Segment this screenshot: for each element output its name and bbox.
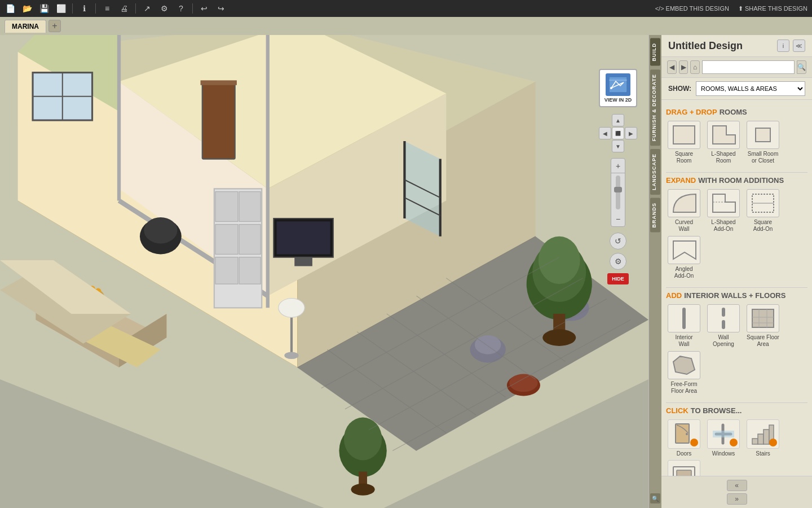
zoom-track [616,176,620,209]
section-expand-rest: WITH ROOM ADDITIONS [698,176,784,185]
zoom-bar: + − [611,158,625,227]
l-shaped-addon-item[interactable]: L-ShapedAdd-On [705,189,742,233]
nav-up-button[interactable]: ▲ [612,114,624,126]
info-icon[interactable]: ℹ [78,3,90,14]
small-room-item[interactable]: Small Roomor Closet [745,121,781,164]
angled-addon-item[interactable]: AngledAdd-On [666,236,702,279]
square-addon-item[interactable]: SquareAdd-On [745,189,781,233]
doors-item[interactable]: Doors [666,419,702,457]
panel-search-button[interactable]: 🔍 [797,60,806,74]
export-icon[interactable]: ↗ [142,3,153,14]
panel-home-button[interactable]: ⌂ [690,60,700,74]
help-icon[interactable]: ? [175,3,187,14]
wall-opening-item[interactable]: WallOpening [705,304,742,348]
square-floor-item[interactable]: Square FloorArea [745,304,781,348]
stairs-dot [769,439,777,446]
share-btn[interactable]: ⬆ SHARE THIS DESIGN [738,5,807,12]
collapse-up-button[interactable]: « [727,480,747,491]
redo-icon[interactable]: ↪ [215,3,227,14]
undo-icon[interactable]: ↩ [198,3,210,14]
fireplaces-icon [668,460,700,476]
show-row: SHOW: ROOMS, WALLS & AREAS ALL FURNITURE [661,78,812,100]
nav-right-button[interactable]: ▶ [625,127,637,139]
panel-collapse-button[interactable]: ≪ [793,40,805,52]
settings-icon[interactable]: ⚙ [158,3,170,14]
svg-rect-26 [215,225,238,255]
copy-icon[interactable]: ⬜ [55,3,67,14]
svg-point-62 [351,484,374,496]
side-tab-furnish[interactable]: FURNISH & DECORATE [650,69,660,146]
hide-button[interactable]: HIDE [607,273,629,284]
section-browse-label: CLICK [666,406,689,415]
view2d-button[interactable]: VIEW IN 2D [599,69,637,107]
section-expand: EXPAND WITH ROOM ADDITIONS [666,176,807,185]
section-interior: ADD INTERIOR WALLS + FLOORS [666,291,807,300]
panel-title: Untitled Design [668,40,743,52]
side-tab-brands[interactable]: BRANDS [650,198,660,233]
svg-point-46 [279,298,304,317]
save-icon[interactable]: 💾 [38,3,50,14]
stairs-item[interactable]: Stairs [745,419,781,457]
panel-info-button[interactable]: i [777,40,789,52]
tab-add-button[interactable]: + [48,20,61,32]
freeform-floor-label: Free-FormFloor Area [670,381,697,395]
open-icon[interactable]: 📂 [21,3,33,14]
side-tab-build[interactable]: BUILD [650,38,660,66]
view2d-icon [606,73,630,96]
curved-wall-item[interactable]: CurvedWall [666,189,702,233]
svg-point-76 [610,87,612,89]
settings-button[interactable]: ⚙ [610,253,626,270]
svg-point-60 [344,417,382,460]
svg-point-56 [539,237,580,284]
show-label: SHOW: [668,85,691,93]
nav-left-button[interactable]: ◀ [599,127,611,139]
svg-point-53 [509,374,538,392]
section-expand-label: EXPAND [666,176,696,185]
divider1 [666,172,807,173]
side-tab-landscape[interactable]: LANDSCAPE [650,149,660,195]
interior-wall-item[interactable]: InteriorWall [666,304,702,348]
freeform-floor-item[interactable]: Free-FormFloor Area [666,351,702,395]
square-room-item[interactable]: SquareRoom [666,121,702,164]
zoom-in-button[interactable]: + [611,159,625,173]
doors-icon [668,419,700,449]
show-select[interactable]: ROOMS, WALLS & AREAS ALL FURNITURE [696,81,805,96]
rotate-button[interactable]: ↺ [610,233,626,249]
sep2 [95,3,96,14]
divider2 [666,287,807,288]
list-icon[interactable]: ≡ [102,3,113,14]
windows-dot [730,439,738,446]
zoom-thumb[interactable] [614,187,622,192]
collapse-down-button[interactable]: » [727,493,747,505]
embed-btn[interactable]: </> EMBED THIS DESIGN [655,5,729,12]
svg-rect-100 [752,439,758,444]
fireplaces-item[interactable]: Fireplaces [666,460,702,476]
toolbar-right: </> EMBED THIS DESIGN ⬆ SHARE THIS DESIG… [655,5,807,12]
svg-rect-78 [673,126,695,144]
small-room-label: Small Roomor Closet [748,151,778,164]
l-shaped-room-item[interactable]: L-ShapedRoom [705,121,742,164]
panel-search-input[interactable] [702,60,795,74]
windows-item[interactable]: Windows [705,419,742,457]
main-area: VIEW IN 2D ▲ ◀ ⬛ ▶ ▼ + − ↺ ⚙ [0,35,812,508]
panel-forward-button[interactable]: ▶ [679,60,689,74]
print-icon[interactable]: 🖨 [118,3,130,14]
nav-center-button[interactable]: ⬛ [612,127,624,139]
panel-back-button[interactable]: ◀ [667,60,677,74]
interior-wall-icon [668,304,700,332]
wall-opening-icon [707,304,740,332]
angled-addon-icon [668,236,700,264]
square-floor-icon [747,304,779,332]
svg-rect-101 [758,434,764,444]
section-drag-label: DRAG + DROP [666,108,717,116]
zoom-out-button[interactable]: − [611,212,625,226]
svg-rect-32 [294,257,312,266]
tab-marina[interactable]: MARINA [5,20,46,33]
side-tab-search[interactable]: 🔍 [650,493,660,503]
canvas[interactable]: VIEW IN 2D ▲ ◀ ⬛ ▶ ▼ + − ↺ ⚙ [0,35,648,508]
windows-label: Windows [712,450,735,457]
svg-point-49 [475,335,501,354]
nav-down-button[interactable]: ▼ [612,140,624,152]
sep1 [72,3,73,14]
new-file-icon[interactable]: 📄 [5,3,16,14]
